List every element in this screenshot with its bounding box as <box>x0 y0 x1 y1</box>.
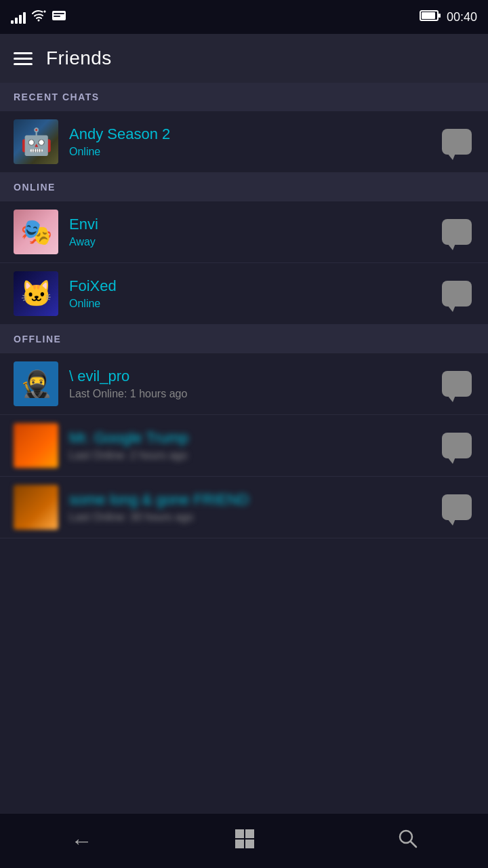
friend-item-foixed[interactable]: FoiXed Online <box>0 263 488 325</box>
back-button[interactable]: ← <box>50 818 113 865</box>
main-content: RECENT CHATS Andy Season 2 Online ONLINE… <box>0 83 488 814</box>
bottom-nav: ← <box>0 814 488 868</box>
windows-icon <box>234 828 256 854</box>
svg-point-2 <box>38 19 40 21</box>
avatar-blurred2 <box>14 485 58 530</box>
signal-icon <box>11 10 26 24</box>
friend-item-envi[interactable]: Envi Away <box>0 201 488 263</box>
status-bar: 00:40 <box>0 0 488 34</box>
chat-button-evil-pro[interactable] <box>439 366 474 401</box>
search-button[interactable] <box>377 817 438 865</box>
friend-name-foixed: FoiXed <box>69 277 439 295</box>
battery-icon <box>420 9 441 25</box>
message-notify-icon <box>52 9 66 25</box>
section-offline: OFFLINE <box>0 325 488 353</box>
friend-status-blurred1: Last Online: 2 hours ago <box>69 450 439 462</box>
chat-bubble-icon-blurred1 <box>442 433 472 458</box>
avatar-envi <box>14 210 58 254</box>
menu-button[interactable] <box>14 52 33 65</box>
friend-status-envi: Away <box>69 236 439 248</box>
friend-status-foixed: Online <box>69 298 439 310</box>
avatar-blurred1 <box>14 423 58 468</box>
page-title: Friends <box>46 47 112 69</box>
chat-button-foixed[interactable] <box>439 276 474 311</box>
friend-status-blurred2: Last Online: 30 hours ago <box>69 511 439 524</box>
svg-rect-12 <box>245 840 254 848</box>
friend-info-blurred1: Mr. Google Trump Last Online: 2 hours ag… <box>58 429 439 462</box>
section-recent-chats: RECENT CHATS <box>0 83 488 111</box>
svg-rect-4 <box>54 13 64 14</box>
friend-status-andy: Online <box>69 146 439 158</box>
back-arrow-icon: ← <box>70 829 92 854</box>
svg-line-14 <box>411 842 416 847</box>
svg-rect-7 <box>439 14 441 18</box>
friend-item-blurred1[interactable]: Mr. Google Trump Last Online: 2 hours ag… <box>0 415 488 477</box>
friend-name-blurred1: Mr. Google Trump <box>69 429 439 447</box>
svg-rect-8 <box>422 12 435 19</box>
avatar-andy <box>14 119 58 164</box>
chat-bubble-icon-evil <box>442 371 472 397</box>
search-icon <box>397 828 418 854</box>
chat-bubble-icon-foixed <box>442 281 472 307</box>
friend-info-andy: Andy Season 2 Online <box>58 125 439 158</box>
friend-item-andy[interactable]: Andy Season 2 Online <box>0 111 488 173</box>
friend-info-blurred2: some long & gone FRIEND Last Online: 30 … <box>58 491 439 524</box>
friend-info-envi: Envi Away <box>58 216 439 248</box>
chat-button-envi[interactable] <box>439 214 474 250</box>
chat-bubble-icon <box>442 129 472 155</box>
friend-item-blurred2[interactable]: some long & gone FRIEND Last Online: 30 … <box>0 477 488 538</box>
status-right: 00:40 <box>420 9 477 25</box>
friend-info-evil-pro: \ evil_pro Last Online: 1 hours ago <box>58 368 439 400</box>
chat-button-blurred2[interactable] <box>439 490 474 525</box>
friend-name-evil-pro: \ evil_pro <box>69 368 439 385</box>
friend-item-evil-pro[interactable]: \ evil_pro Last Online: 1 hours ago <box>0 353 488 415</box>
svg-rect-9 <box>235 829 244 838</box>
clock: 00:40 <box>447 10 477 24</box>
friend-info-foixed: FoiXed Online <box>58 277 439 310</box>
friend-name-blurred2: some long & gone FRIEND <box>69 491 439 509</box>
friend-name-andy: Andy Season 2 <box>69 125 439 143</box>
status-left <box>11 9 66 25</box>
svg-rect-11 <box>235 840 244 848</box>
friend-name-envi: Envi <box>69 216 439 233</box>
chat-bubble-icon-blurred2 <box>442 494 472 520</box>
section-online: ONLINE <box>0 173 488 201</box>
svg-line-1 <box>44 11 45 12</box>
friend-status-evil-pro: Last Online: 1 hours ago <box>69 388 439 400</box>
chat-button-andy[interactable] <box>439 124 474 159</box>
chat-button-blurred1[interactable] <box>439 428 474 463</box>
header: Friends <box>0 34 488 83</box>
svg-rect-10 <box>245 829 254 838</box>
wifi-icon <box>31 9 46 25</box>
avatar-evil-pro <box>14 361 58 406</box>
svg-rect-5 <box>54 16 60 17</box>
chat-bubble-icon-envi <box>442 219 472 245</box>
home-button[interactable] <box>214 817 276 865</box>
avatar-foixed <box>14 271 58 316</box>
